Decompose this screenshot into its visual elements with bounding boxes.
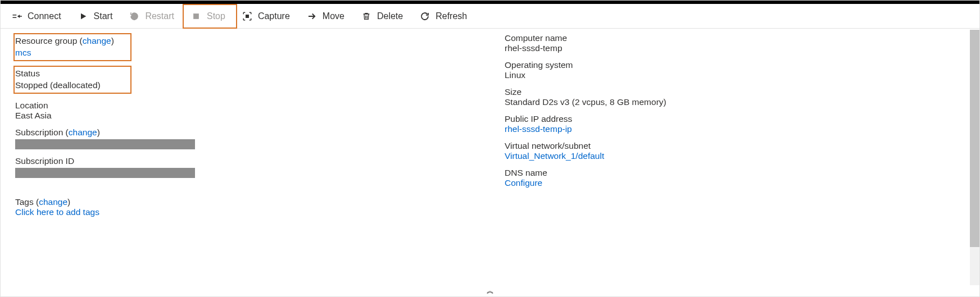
vm-overview-pane: Connect Start Restart Stop Capture (0, 0, 980, 297)
change-tags-link[interactable]: change (39, 197, 67, 207)
refresh-icon (420, 11, 430, 21)
restart-icon (129, 11, 139, 21)
dns-configure-link[interactable]: Configure (505, 178, 542, 188)
trash-icon (361, 11, 371, 21)
stop-button: Stop (185, 9, 233, 24)
scrollbar-thumb[interactable] (970, 30, 979, 247)
os-field: Operating system Linux (505, 60, 974, 80)
start-button[interactable]: Start (72, 9, 121, 24)
resource-group-label: Resource group (15, 36, 77, 45)
connect-icon (12, 11, 22, 21)
subscription-value-redacted (15, 139, 195, 149)
size-field: Size Standard D2s v3 (2 vcpus, 8 GB memo… (505, 87, 974, 107)
restart-button: Restart (124, 9, 182, 24)
refresh-button[interactable]: Refresh (414, 9, 475, 24)
svg-rect-1 (246, 15, 249, 18)
start-label: Start (94, 11, 113, 21)
connect-label: Connect (28, 11, 61, 21)
dns-field: DNS name Configure (505, 168, 974, 188)
resource-group-field: Resource group (change) mcs (15, 33, 484, 61)
vertical-scrollbar[interactable] (970, 30, 979, 285)
status-field: Status Stopped (deallocated) (15, 66, 484, 94)
delete-button[interactable]: Delete (356, 9, 411, 24)
public-ip-link[interactable]: rhel-sssd-temp-ip (505, 124, 572, 134)
capture-label: Capture (258, 11, 290, 21)
highlight-resource-group: Resource group (change) mcs (13, 33, 131, 61)
computer-name-field: Computer name rhel-sssd-temp (505, 33, 974, 53)
location-label: Location (15, 100, 484, 111)
properties-section: Resource group (change) mcs Status Stopp… (1, 29, 979, 229)
subscription-field: Subscription (change) (15, 127, 484, 149)
move-label: Move (323, 11, 344, 21)
properties-left-column: Resource group (change) mcs Status Stopp… (1, 29, 490, 229)
subscription-id-label: Subscription ID (15, 156, 484, 166)
capture-icon (242, 11, 252, 21)
change-subscription-link[interactable]: change (69, 127, 97, 137)
restart-label: Restart (145, 11, 174, 21)
stop-label: Stop (207, 11, 225, 21)
location-field: Location East Asia (15, 100, 484, 121)
resource-group-link[interactable]: mcs (15, 48, 31, 57)
capture-button[interactable]: Capture (237, 9, 298, 24)
command-toolbar: Connect Start Restart Stop Capture (1, 4, 979, 29)
vnet-field: Virtual network/subnet Virtual_Network_1… (505, 141, 974, 161)
size-value: Standard D2s v3 (2 vcpus, 8 GB memory) (505, 97, 974, 107)
delete-label: Delete (377, 11, 403, 21)
computer-name-value: rhel-sssd-temp (505, 43, 974, 53)
location-value: East Asia (15, 111, 484, 121)
collapse-chevron[interactable]: ︽ (1, 285, 979, 296)
os-label: Operating system (505, 60, 974, 70)
chevron-double-up-icon: ︽ (487, 286, 494, 296)
public-ip-field: Public IP address rhel-sssd-temp-ip (505, 114, 974, 134)
vnet-label: Virtual network/subnet (505, 141, 974, 151)
dns-label: DNS name (505, 168, 974, 178)
change-resource-group-link[interactable]: change (83, 36, 111, 45)
computer-name-label: Computer name (505, 33, 974, 43)
connect-button[interactable]: Connect (6, 9, 69, 24)
size-label: Size (505, 87, 974, 97)
status-value: Stopped (deallocated) (15, 80, 128, 92)
add-tags-link[interactable]: Click here to add tags (15, 207, 99, 217)
stop-icon (191, 11, 201, 21)
subscription-id-value-redacted (15, 168, 195, 178)
refresh-label: Refresh (435, 11, 467, 21)
move-button[interactable]: Move (301, 9, 352, 24)
status-label: Status (15, 68, 128, 80)
vnet-link[interactable]: Virtual_Network_1/default (505, 151, 604, 161)
subscription-label: Subscription (15, 127, 63, 137)
tags-label: Tags (15, 197, 34, 207)
tags-field: Tags (change) Click here to add tags (15, 197, 484, 217)
os-value: Linux (505, 70, 974, 80)
arrow-right-icon (307, 11, 317, 21)
play-icon (78, 11, 88, 21)
highlight-status: Status Stopped (deallocated) (13, 66, 131, 94)
properties-right-column: Computer name rhel-sssd-temp Operating s… (490, 29, 979, 229)
public-ip-label: Public IP address (505, 114, 974, 124)
subscription-id-field: Subscription ID (15, 156, 484, 178)
svg-rect-0 (193, 13, 198, 19)
